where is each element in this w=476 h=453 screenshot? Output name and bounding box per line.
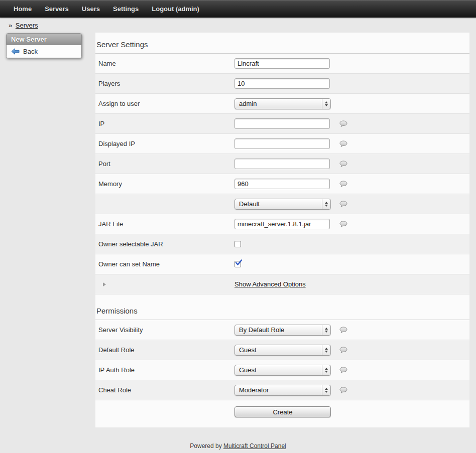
server-settings-form: Name Players Assign to user admin IP [95,54,469,294]
footer-text: Powered by [190,442,221,449]
displayed-ip-control [234,138,333,149]
ip-auth-role-label: IP Auth Role [95,366,234,374]
memory-preset-control: Default [234,199,333,210]
select-value: Default [239,200,260,208]
assign-to-user-control: admin [234,98,333,109]
jar-file-help-icon[interactable] [339,221,347,228]
select-stepper-icon [322,385,330,395]
ip-control [234,118,333,129]
form-row-default-role: Default Role Guest [95,340,469,360]
nav-item-users[interactable]: Users [75,0,106,18]
memory-preset-help-icon[interactable] [339,201,347,208]
memory-label: Memory [95,180,234,188]
cheat-role-help-icon[interactable] [339,387,347,394]
name-label: Name [95,60,234,67]
jar-file-label: JAR File [95,220,234,228]
server-settings-title: Server Settings [95,33,469,54]
assign-to-user-select[interactable]: admin [234,98,331,109]
server-visibility-select[interactable]: By Default Role [234,325,331,336]
select-stepper-icon [322,345,330,355]
form-row-advanced-options: Show Advanced Options [95,274,469,294]
back-arrow-icon [11,48,20,55]
create-row: Create [95,400,469,423]
form-row-memory: Memory [95,174,469,194]
cheat-role-label: Cheat Role [95,386,234,394]
memory-control [234,179,333,189]
select-value: Moderator [239,386,269,394]
players-control [234,78,333,89]
main-content: Server Settings Name Players Assign to u… [95,33,469,427]
disclosure-triangle-icon[interactable] [103,282,106,286]
form-row-memory-preset: Default [95,194,469,214]
select-stepper-icon [322,199,330,209]
assign-to-user-label: Assign to user [95,100,234,107]
jar-file-input[interactable] [234,219,330,229]
select-stepper-icon [322,99,330,109]
advanced-options-control: Show Advanced Options [234,280,333,288]
form-row-displayed-ip: Displayed IP [95,134,469,154]
advanced-options-label-cell [95,280,234,288]
select-value: admin [239,100,257,107]
cheat-role-select[interactable]: Moderator [234,385,331,396]
memory-input[interactable] [234,179,330,189]
top-nav: Home Servers Users Settings Logout (admi… [0,0,476,18]
show-advanced-options-link[interactable]: Show Advanced Options [234,280,306,288]
server-visibility-help-icon[interactable] [339,327,347,334]
ip-auth-role-help-icon[interactable] [339,367,347,374]
default-role-label: Default Role [95,346,234,354]
select-stepper-icon [322,325,330,335]
create-button[interactable]: Create [234,406,331,417]
owner-selectable-jar-label: Owner selectable JAR [95,240,234,248]
sidebar: New Server Back [6,33,82,58]
owner-can-set-name-control [234,261,333,267]
form-row-owner-can-set-name: Owner can set Name [95,254,469,274]
form-row-assign-to-user: Assign to user admin [95,94,469,114]
form-row-owner-selectable-jar: Owner selectable JAR [95,234,469,254]
name-input[interactable] [234,58,330,69]
ip-help-icon[interactable] [339,120,347,127]
cheat-role-control: Moderator [234,385,333,396]
default-role-help-icon[interactable] [339,347,347,354]
players-input[interactable] [234,78,330,89]
owner-selectable-jar-checkbox[interactable] [234,241,241,247]
select-value: By Default Role [239,326,284,334]
breadcrumb: » Servers [0,18,476,33]
checkmark-icon [235,259,243,266]
multicraft-control-panel-link[interactable]: Multicraft Control Panel [223,442,286,449]
form-row-players: Players [95,74,469,94]
port-input[interactable] [234,159,330,169]
displayed-ip-input[interactable] [234,138,330,149]
ip-auth-role-control: Guest [234,365,333,376]
default-role-control: Guest [234,345,333,356]
form-row-jar-file: JAR File [95,214,469,234]
displayed-ip-label: Displayed IP [95,140,234,147]
nav-item-home[interactable]: Home [7,0,38,18]
nav-item-logout[interactable]: Logout (admin) [145,0,206,18]
form-row-ip-auth-role: IP Auth Role Guest [95,360,469,380]
sidebar-item-back[interactable]: Back [7,45,81,58]
port-help-icon[interactable] [339,161,347,168]
breadcrumb-separator: » [9,22,12,29]
nav-item-settings[interactable]: Settings [106,0,145,18]
memory-preset-select[interactable]: Default [234,199,331,210]
server-visibility-control: By Default Role [234,325,333,336]
memory-help-icon[interactable] [339,181,347,188]
default-role-select[interactable]: Guest [234,345,331,356]
name-control [234,58,333,69]
ip-auth-role-select[interactable]: Guest [234,365,331,376]
select-value: Guest [239,366,257,374]
nav-item-servers[interactable]: Servers [38,0,75,18]
form-row-port: Port [95,154,469,174]
owner-can-set-name-checkbox[interactable] [234,261,241,267]
form-row-ip: IP [95,114,469,134]
breadcrumb-servers-link[interactable]: Servers [16,22,38,29]
form-row-cheat-role: Cheat Role Moderator [95,380,469,400]
sidebar-title: New Server [7,34,81,45]
server-visibility-label: Server Visibility [95,326,234,334]
ip-input[interactable] [234,118,330,129]
footer: Powered by Multicraft Control Panel [0,442,476,449]
permissions-form: Server Visibility By Default Role Defaul… [95,320,469,400]
sidebar-back-label: Back [23,48,38,55]
displayed-ip-help-icon[interactable] [339,140,347,147]
form-row-name: Name [95,54,469,74]
